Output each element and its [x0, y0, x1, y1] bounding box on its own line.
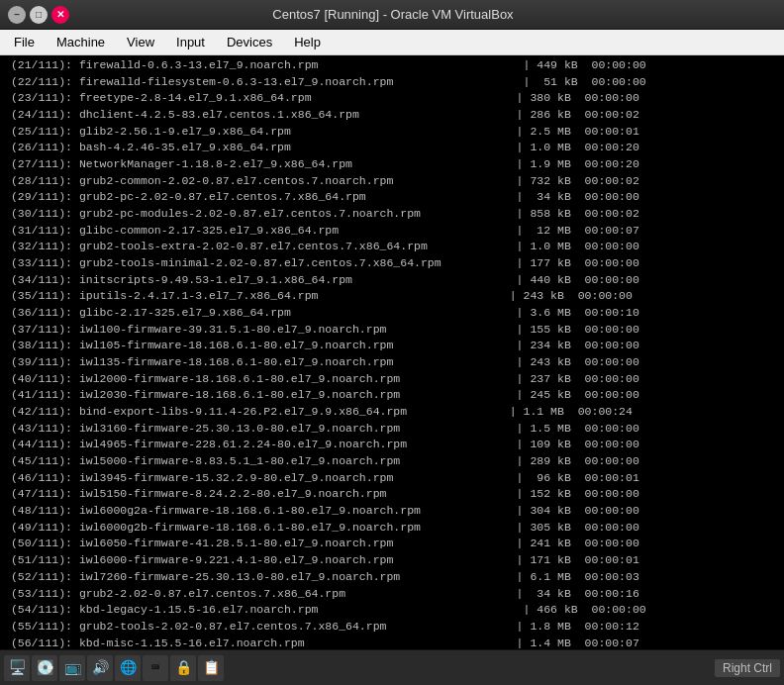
- terminal-line: (25/111): glib2-2.56.1-9.el7_9.x86_64.rp…: [4, 124, 780, 141]
- terminal-line: (27/111): NetworkManager-1.18.8-2.el7_9.…: [4, 156, 780, 173]
- window-controls: – □ ✕: [8, 6, 69, 24]
- terminal-line: (53/111): grub2-2.02-0.87.el7.centos.7.x…: [4, 586, 780, 603]
- terminal-line: (29/111): grub2-pc-2.02-0.87.el7.centos.…: [4, 189, 780, 206]
- status-icon-5[interactable]: ⌨️: [143, 655, 168, 681]
- menu-item-devices[interactable]: Devices: [217, 33, 282, 51]
- terminal-line: (52/111): iwl7260-firmware-25.30.13.0-80…: [4, 569, 780, 586]
- close-button[interactable]: ✕: [51, 6, 69, 24]
- terminal-line: (42/111): bind-export-libs-9.11.4-26.P2.…: [4, 404, 780, 421]
- terminal-line: (30/111): grub2-pc-modules-2.02-0.87.el7…: [4, 206, 780, 223]
- terminal-line: (56/111): kbd-misc-1.15.5-16.el7.noarch.…: [4, 636, 780, 649]
- terminal-line: (45/111): iwl5000-firmware-8.83.5.1_1-80…: [4, 453, 780, 470]
- terminal-line: (41/111): iwl2030-firmware-18.168.6.1-80…: [4, 387, 780, 404]
- terminal-line: (33/111): grub2-tools-minimal-2.02-0.87.…: [4, 255, 780, 272]
- terminal-line: (22/111): firewalld-filesystem-0.6.3-13.…: [4, 74, 780, 91]
- status-icon-3[interactable]: 🔊: [87, 655, 113, 681]
- terminal-line: (36/111): glibc-2.17-325.el7_9.x86_64.rp…: [4, 305, 780, 322]
- terminal-line: (38/111): iwl105-firmware-18.168.6.1-80.…: [4, 338, 780, 354]
- menu-item-input[interactable]: Input: [166, 33, 215, 51]
- terminal-line: (26/111): bash-4.2.46-35.el7_9.x86_64.rp…: [4, 140, 780, 156]
- terminal-line: (48/111): iwl6000g2a-firmware-18.168.6.1…: [4, 503, 780, 520]
- terminal-area[interactable]: (21/111): firewalld-0.6.3-13.el7_9.noarc…: [0, 55, 784, 649]
- terminal-line: (55/111): grub2-tools-2.02-0.87.el7.cent…: [4, 619, 780, 636]
- terminal-line: (44/111): iwl4965-firmware-228.61.2.24-8…: [4, 437, 780, 453]
- status-icon-4[interactable]: 🌐: [115, 655, 141, 681]
- terminal-line: (28/111): grub2-common-2.02-0.87.el7.cen…: [4, 173, 780, 190]
- status-icon-0[interactable]: 🖥️: [4, 655, 30, 681]
- terminal-line: (40/111): iwl2000-firmware-18.168.6.1-80…: [4, 371, 780, 388]
- terminal-line: (47/111): iwl5150-firmware-8.24.2.2-80.e…: [4, 486, 780, 503]
- terminal-line: (49/111): iwl6000g2b-firmware-18.168.6.1…: [4, 520, 780, 537]
- window-title: Centos7 [Running] - Oracle VM VirtualBox: [69, 7, 717, 22]
- terminal-line: (54/111): kbd-legacy-1.15.5-16.el7.noarc…: [4, 602, 780, 619]
- right-ctrl-label: Right Ctrl: [715, 659, 780, 677]
- status-icon-1[interactable]: 💽: [32, 655, 57, 681]
- terminal-line: (31/111): glibc-common-2.17-325.el7_9.x8…: [4, 223, 780, 240]
- title-bar: – □ ✕ Centos7 [Running] - Oracle VM Virt…: [0, 0, 784, 30]
- status-icon-6[interactable]: 🔒: [170, 655, 196, 681]
- menu-item-file[interactable]: File: [4, 33, 45, 51]
- terminal-line: (24/111): dhclient-4.2.5-83.el7.centos.1…: [4, 107, 780, 124]
- terminal-line: (46/111): iwl3945-firmware-15.32.2.9-80.…: [4, 470, 780, 487]
- maximize-button[interactable]: □: [30, 6, 48, 24]
- terminal-line: (32/111): grub2-tools-extra-2.02-0.87.el…: [4, 239, 780, 255]
- terminal-line: (34/111): initscripts-9.49.53-1.el7_9.1.…: [4, 272, 780, 289]
- status-bar: 🖥️💽📺🔊🌐⌨️🔒📋Right Ctrl: [0, 649, 784, 685]
- terminal-line: (50/111): iwl6050-firmware-41.28.5.1-80.…: [4, 536, 780, 552]
- status-icon-2[interactable]: 📺: [59, 655, 85, 681]
- terminal-line: (43/111): iwl3160-firmware-25.30.13.0-80…: [4, 421, 780, 438]
- menu-item-help[interactable]: Help: [284, 33, 331, 51]
- terminal-line: (39/111): iwl135-firmware-18.168.6.1-80.…: [4, 354, 780, 371]
- menu-item-machine[interactable]: Machine: [47, 33, 115, 51]
- terminal-line: (21/111): firewalld-0.6.3-13.el7_9.noarc…: [4, 57, 780, 74]
- terminal-line: (37/111): iwl100-firmware-39.31.5.1-80.e…: [4, 322, 780, 339]
- menu-item-view[interactable]: View: [117, 33, 164, 51]
- terminal-line: (51/111): iwl6000-firmware-9.221.4.1-80.…: [4, 552, 780, 569]
- status-icon-7[interactable]: 📋: [198, 655, 224, 681]
- terminal-line: (35/111): iputils-2.4.17.1-3.el7_7.x86_6…: [4, 288, 780, 305]
- minimize-button[interactable]: –: [8, 6, 26, 24]
- menu-bar: FileMachineViewInputDevicesHelp: [0, 30, 784, 55]
- terminal-line: (23/111): freetype-2.8-14.el7_9.1.x86_64…: [4, 90, 780, 107]
